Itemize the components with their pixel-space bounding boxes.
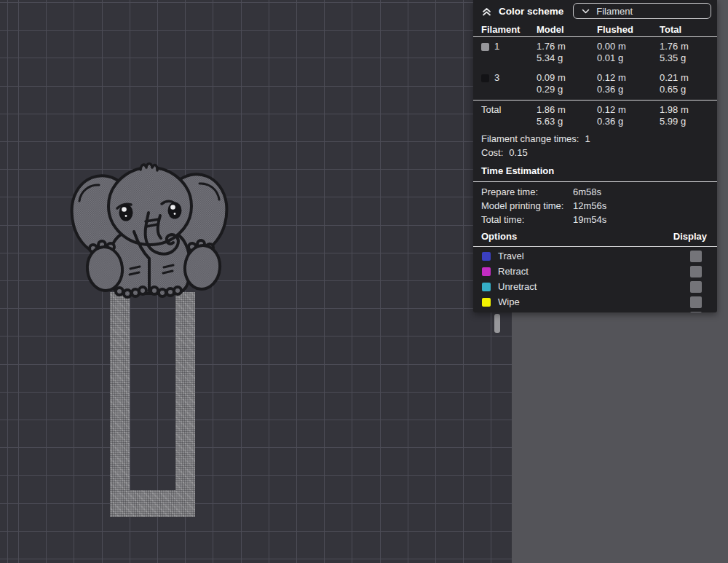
color-scheme-dropdown[interactable]: Filament xyxy=(573,3,711,19)
col-model: Model xyxy=(537,24,597,35)
unretract-color-swatch xyxy=(482,283,491,291)
color-scheme-panel: Color scheme Filament Filament Model Flu… xyxy=(473,0,717,312)
wipe-display-checkbox[interactable] xyxy=(690,296,702,308)
cost: Cost: 0.15 xyxy=(473,146,717,160)
time-estimation-title: Time Estimation xyxy=(473,160,717,181)
chevron-down-icon xyxy=(581,7,590,16)
3d-viewport[interactable] xyxy=(0,0,512,563)
filament-row-3: 3 0.09 m0.29 g 0.12 m0.36 g 0.21 m0.65 g xyxy=(481,68,717,100)
options-header: Options Display xyxy=(473,227,717,246)
travel-color-swatch xyxy=(482,252,491,261)
layer-slider-handle[interactable] xyxy=(494,314,500,333)
filament-row-1: 1 1.76 m5.34 g 0.00 m0.01 g 1.76 m5.35 g xyxy=(481,37,717,68)
retract-color-swatch xyxy=(482,267,491,276)
option-row-seams[interactable]: Seams xyxy=(473,310,717,312)
chevrons-up-icon xyxy=(481,6,492,17)
option-row-wipe[interactable]: Wipe xyxy=(473,294,717,310)
retract-display-checkbox[interactable] xyxy=(690,266,702,277)
filament-3-swatch xyxy=(481,74,489,82)
filament-change-times: Filament change times: 1 xyxy=(473,132,717,146)
collapse-panel-button[interactable] xyxy=(481,6,492,17)
filament-1-swatch xyxy=(481,43,489,51)
option-row-unretract[interactable]: Unretract xyxy=(473,279,717,294)
filament-total-row: Total 1.86 m5.63 g 0.12 m0.36 g 1.98 m5.… xyxy=(481,101,717,132)
panel-header: Color scheme Filament xyxy=(473,0,717,22)
option-row-travel[interactable]: Travel xyxy=(473,248,717,264)
unretract-display-checkbox[interactable] xyxy=(690,281,702,293)
dropdown-selected-value: Filament xyxy=(596,6,633,17)
model-printing-time-row: Model printing time: 12m56s xyxy=(473,199,717,213)
time-estimation-block: Prepare time: 6m58s Model printing time:… xyxy=(473,182,717,227)
options-list: Travel Retract Unretract Wipe Seams xyxy=(473,247,717,312)
total-time-row: Total time: 19m54s xyxy=(473,213,717,227)
option-row-retract[interactable]: Retract xyxy=(473,264,717,279)
col-total: Total xyxy=(660,24,717,35)
filament-table: Filament Model Flushed Total xyxy=(473,22,717,36)
wipe-color-swatch xyxy=(482,298,491,307)
display-header: Display xyxy=(673,231,707,242)
panel-title: Color scheme xyxy=(499,6,563,17)
col-flushed: Flushed xyxy=(597,24,660,35)
bookmark-model xyxy=(110,292,195,517)
app-window: Color scheme Filament Filament Model Flu… xyxy=(0,0,728,563)
col-filament: Filament xyxy=(481,24,537,35)
prepare-time-row: Prepare time: 6m58s xyxy=(473,185,717,199)
options-title: Options xyxy=(481,231,517,242)
elephant-model xyxy=(67,162,232,300)
filament-table-header: Filament Model Flushed Total xyxy=(481,22,717,36)
seams-display-checkbox[interactable] xyxy=(690,312,702,313)
travel-display-checkbox[interactable] xyxy=(690,251,702,262)
